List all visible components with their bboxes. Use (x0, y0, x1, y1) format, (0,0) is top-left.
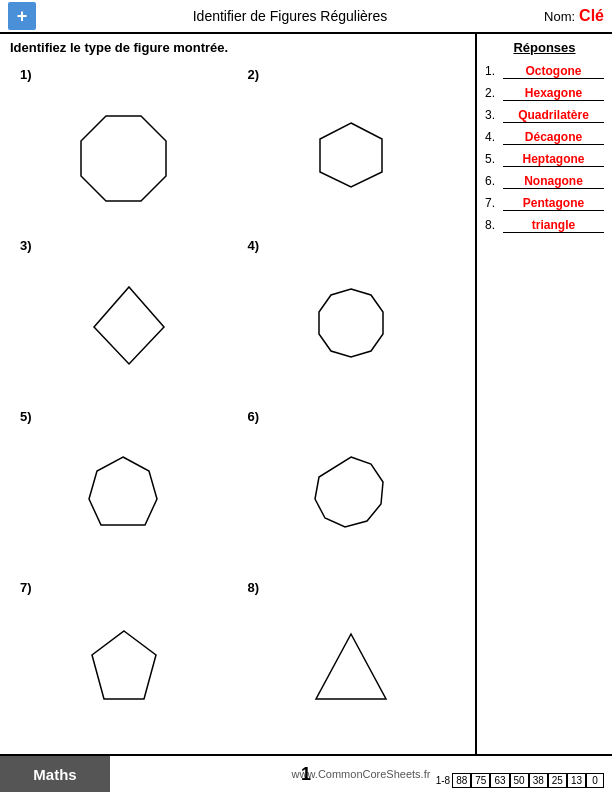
shape-container-6 (248, 409, 456, 568)
answer-line-8: triangle (503, 217, 604, 233)
answer-num-5: 5. (485, 152, 503, 166)
shape-number-4: 4) (248, 238, 260, 253)
answer-row-1: 1. Octogone (485, 63, 604, 79)
svg-marker-5 (315, 457, 383, 527)
shape-number-2: 2) (248, 67, 260, 82)
score-75: 75 (471, 773, 490, 788)
answer-text-5: Heptagone (522, 152, 584, 166)
octagon-shape (76, 111, 171, 196)
score-88: 88 (452, 773, 471, 788)
svg-marker-6 (92, 631, 156, 699)
answer-num-1: 1. (485, 64, 503, 78)
answer-text-6: Nonagone (524, 174, 583, 188)
shape-number-3: 3) (20, 238, 32, 253)
answer-num-3: 3. (485, 108, 503, 122)
answer-line-6: Nonagone (503, 173, 604, 189)
instruction-text: Identifiez le type de figure montrée. (10, 40, 465, 55)
answer-row-7: 7. Pentagone (485, 195, 604, 211)
nom-label: Nom: (544, 9, 575, 24)
shape-cell-7: 7) (10, 574, 238, 745)
answer-line-3: Quadrilatère (503, 107, 604, 123)
main-content: Identifiez le type de figure montrée. 1)… (0, 34, 612, 754)
score-range-label: 1-8 (434, 774, 452, 787)
svg-marker-7 (316, 634, 386, 699)
logo-icon: + (8, 2, 36, 30)
footer-page-number: 1 (301, 764, 311, 785)
shape-container-3 (20, 238, 228, 397)
answer-text-1: Octogone (526, 64, 582, 78)
svg-marker-0 (81, 116, 166, 201)
answer-text-8: triangle (532, 218, 575, 232)
diamond-shape (79, 282, 169, 367)
score-25: 25 (548, 773, 567, 788)
triangle-shape (311, 629, 391, 704)
answer-row-3: 3. Quadrilatère (485, 107, 604, 123)
answers-title: Réponses (485, 40, 604, 55)
answer-num-6: 6. (485, 174, 503, 188)
answer-row-4: 4. Décagone (485, 129, 604, 145)
shape-container-2 (248, 67, 456, 226)
shape-number-8: 8) (248, 580, 260, 595)
answer-line-4: Décagone (503, 129, 604, 145)
shape-container-4 (248, 238, 456, 397)
answer-text-4: Décagone (525, 130, 582, 144)
nonagon-shape (307, 453, 395, 538)
svg-marker-4 (89, 457, 157, 525)
answer-line-1: Octogone (503, 63, 604, 79)
svg-marker-3 (319, 289, 383, 357)
answer-num-4: 4. (485, 130, 503, 144)
answer-text-7: Pentagone (523, 196, 584, 210)
shape-cell-8: 8) (238, 574, 466, 745)
shape-cell-3: 3) (10, 232, 238, 403)
shape-cell-6: 6) (238, 403, 466, 574)
hexagon-shape (314, 119, 389, 189)
heptagon2-shape (81, 453, 166, 538)
answer-text-3: Quadrilatère (518, 108, 589, 122)
footer-scores: 1-8 88 75 63 50 38 25 13 0 (434, 773, 604, 788)
shape-number-7: 7) (20, 580, 32, 595)
shape-container-8 (248, 580, 456, 739)
answer-num-7: 7. (485, 196, 503, 210)
svg-marker-2 (94, 287, 164, 364)
footer: Maths www.CommonCoreSheets.fr 1 1-8 88 7… (0, 754, 612, 792)
answer-num-8: 8. (485, 218, 503, 232)
shape-cell-2: 2) (238, 61, 466, 232)
answer-line-5: Heptagone (503, 151, 604, 167)
score-38: 38 (529, 773, 548, 788)
shape-container-7 (20, 580, 228, 739)
answer-line-2: Hexagone (503, 85, 604, 101)
shape-container-5 (20, 409, 228, 568)
shape-number-5: 5) (20, 409, 32, 424)
answer-line-7: Pentagone (503, 195, 604, 211)
shape-container-1 (20, 67, 228, 226)
svg-marker-1 (320, 123, 382, 187)
score-63: 63 (490, 773, 509, 788)
shape-number-6: 6) (248, 409, 260, 424)
shape-cell-5: 5) (10, 403, 238, 574)
answer-row-5: 5. Heptagone (485, 151, 604, 167)
header: + Identifier de Figures Régulières Nom: … (0, 0, 612, 34)
score-13: 13 (567, 773, 586, 788)
answer-text-2: Hexagone (525, 86, 582, 100)
answer-row-2: 2. Hexagone (485, 85, 604, 101)
answers-panel: Réponses 1. Octogone 2. Hexagone 3. Quad… (477, 34, 612, 754)
shapes-grid: 1) 2) 3) (10, 61, 465, 745)
heptagon-shape (309, 285, 394, 365)
answer-row-6: 6. Nonagone (485, 173, 604, 189)
answer-num-2: 2. (485, 86, 503, 100)
shape-cell-1: 1) (10, 61, 238, 232)
footer-maths-label: Maths (0, 756, 110, 792)
shape-cell-4: 4) (238, 232, 466, 403)
score-50: 50 (510, 773, 529, 788)
answer-row-8: 8. triangle (485, 217, 604, 233)
content-area: Identifiez le type de figure montrée. 1)… (0, 34, 477, 754)
cle-value: Clé (579, 7, 604, 25)
shape-number-1: 1) (20, 67, 32, 82)
pentagon-shape (84, 627, 164, 707)
page-title: Identifier de Figures Régulières (36, 8, 544, 24)
score-0: 0 (586, 773, 604, 788)
